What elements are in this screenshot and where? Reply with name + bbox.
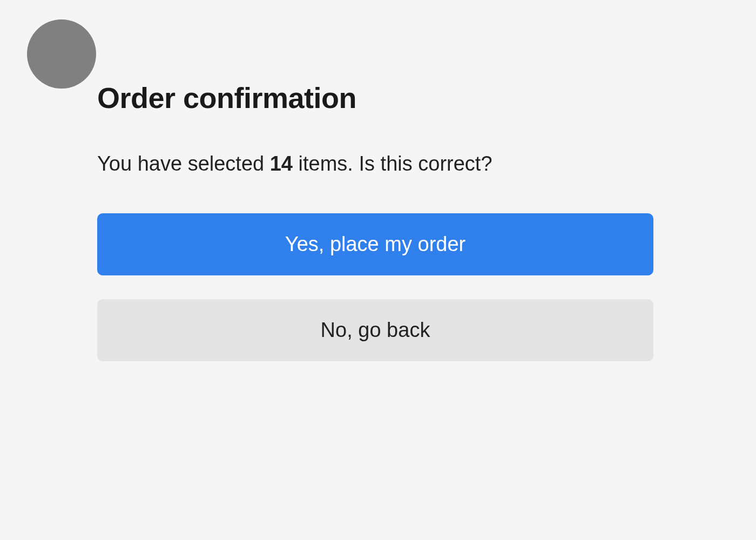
- item-count: 14: [270, 152, 293, 175]
- cancel-button[interactable]: No, go back: [97, 299, 653, 361]
- confirm-button[interactable]: Yes, place my order: [97, 213, 653, 275]
- avatar: [27, 19, 96, 89]
- message-suffix: items. Is this correct?: [293, 152, 492, 175]
- message-prefix: You have selected: [97, 152, 270, 175]
- dialog-title: Order confirmation: [97, 81, 653, 114]
- confirmation-message: You have selected 14 items. Is this corr…: [97, 152, 653, 176]
- confirmation-dialog: Order confirmation You have selected 14 …: [97, 81, 653, 385]
